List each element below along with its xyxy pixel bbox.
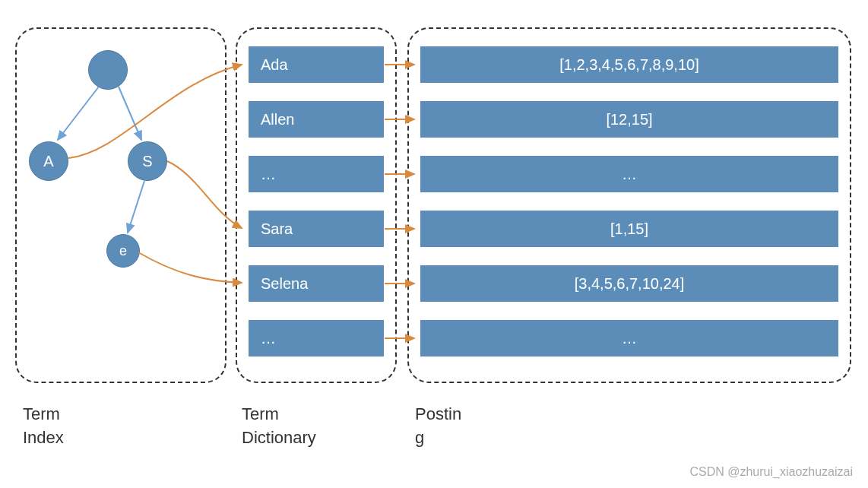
dict-item-label: Sara [261,220,293,238]
posting-item-label: [3,4,5,6,7,10,24] [575,275,685,293]
dict-item: … [248,155,385,193]
posting-item-label: [1,15] [610,220,648,238]
posting-item-label: … [622,330,637,347]
dict-item-label: … [261,330,276,347]
tree-node-root [88,50,128,90]
label-term-index: Term Index [23,403,64,450]
dict-item: Ada [248,46,385,84]
dict-item-label: … [261,166,276,183]
tree-node-label: e [119,243,127,259]
tree-node-s: S [128,141,167,181]
posting-item-label: … [622,166,637,183]
label-posting: Postin g [415,403,461,450]
diagram-canvas: A S e Ada Allen … Sara Selena … [1,2,3,4… [0,0,868,488]
dict-item: Sara [248,210,385,248]
posting-item: [1,15] [420,210,839,248]
dict-item: … [248,319,385,357]
posting-item: [12,15] [420,100,839,138]
dict-item-label: Selena [261,275,308,293]
label-term-dictionary: Term Dictionary [242,403,316,450]
dict-item-label: Allen [261,111,294,128]
tree-node-a: A [29,141,68,181]
dict-item: Selena [248,265,385,303]
dict-item-label: Ada [261,56,288,74]
watermark: CSDN @zhurui_xiaozhuzaizai [689,465,853,479]
tree-node-e: e [106,234,140,268]
posting-item: … [420,155,839,193]
posting-item-label: [12,15] [606,111,652,128]
posting-item: … [420,319,839,357]
posting-item: [1,2,3,4,5,6,7,8,9,10] [420,46,839,84]
dict-item: Allen [248,100,385,138]
posting-item: [3,4,5,6,7,10,24] [420,265,839,303]
tree-node-label: A [43,153,53,170]
posting-item-label: [1,2,3,4,5,6,7,8,9,10] [559,56,699,74]
tree-node-label: S [142,153,152,170]
